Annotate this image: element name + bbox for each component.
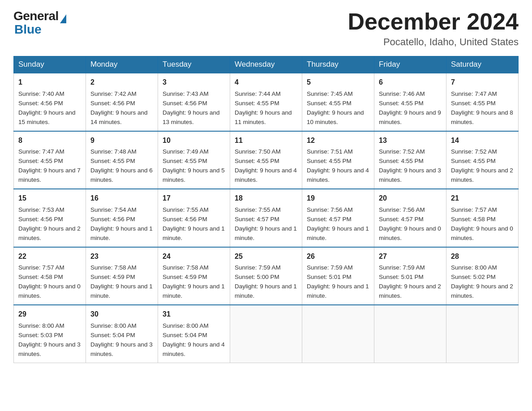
calendar-table: Sunday Monday Tuesday Wednesday Thursday… [13, 56, 519, 363]
table-row: 2 Sunrise: 7:42 AM Sunset: 4:56 PM Dayli… [86, 73, 158, 131]
table-row: 3 Sunrise: 7:43 AM Sunset: 4:56 PM Dayli… [158, 73, 230, 131]
day-number: 5 [307, 77, 369, 88]
day-sunrise: Sunrise: 7:49 AM [163, 148, 209, 155]
location-title: Pocatello, Idaho, United States [348, 36, 519, 48]
day-sunset: Sunset: 5:01 PM [307, 274, 352, 280]
day-sunrise: Sunrise: 7:54 AM [90, 206, 137, 213]
day-number: 13 [379, 135, 442, 146]
day-sunset: Sunset: 4:56 PM [163, 216, 207, 223]
day-number: 19 [307, 193, 369, 204]
day-daylight: Daylight: 9 hours and 1 minute. [163, 283, 225, 299]
table-row: 8 Sunrise: 7:47 AM Sunset: 4:55 PM Dayli… [14, 131, 86, 189]
day-sunset: Sunset: 4:56 PM [90, 216, 135, 223]
day-daylight: Daylight: 9 hours and 1 minute. [90, 283, 153, 299]
day-sunset: Sunset: 4:55 PM [307, 100, 352, 107]
day-sunrise: Sunrise: 7:56 AM [379, 206, 425, 213]
day-sunset: Sunset: 4:58 PM [451, 216, 496, 223]
day-number: 1 [18, 77, 81, 88]
day-sunrise: Sunrise: 8:00 AM [18, 322, 64, 329]
day-daylight: Daylight: 9 hours and 7 minutes. [18, 167, 81, 183]
day-sunset: Sunset: 5:04 PM [90, 332, 135, 338]
table-row: 21 Sunrise: 7:57 AM Sunset: 4:58 PM Dayl… [446, 189, 519, 247]
day-daylight: Daylight: 9 hours and 4 minutes. [235, 167, 297, 183]
day-sunrise: Sunrise: 7:47 AM [18, 148, 64, 155]
day-number: 11 [235, 135, 297, 146]
table-row: 22 Sunrise: 7:57 AM Sunset: 4:58 PM Dayl… [14, 247, 86, 305]
header-sunday: Sunday [14, 56, 86, 73]
header-saturday: Saturday [446, 56, 519, 73]
logo-blue-text: Blue [14, 22, 42, 37]
day-sunrise: Sunrise: 7:50 AM [235, 148, 281, 155]
day-sunrise: Sunrise: 7:58 AM [163, 264, 209, 271]
day-sunrise: Sunrise: 7:40 AM [18, 90, 64, 97]
day-sunrise: Sunrise: 7:57 AM [451, 206, 497, 213]
day-daylight: Daylight: 9 hours and 14 minutes. [90, 109, 148, 125]
day-daylight: Daylight: 9 hours and 2 minutes. [18, 225, 81, 241]
calendar-week-row: 29 Sunrise: 8:00 AM Sunset: 5:03 PM Dayl… [14, 305, 519, 363]
table-row: 9 Sunrise: 7:48 AM Sunset: 4:55 PM Dayli… [86, 131, 158, 189]
day-daylight: Daylight: 9 hours and 11 minutes. [235, 109, 292, 125]
day-sunrise: Sunrise: 7:51 AM [307, 148, 353, 155]
day-number: 27 [379, 251, 442, 262]
day-number: 22 [18, 251, 81, 262]
day-sunset: Sunset: 4:56 PM [18, 100, 63, 107]
header-tuesday: Tuesday [158, 56, 230, 73]
table-row: 17 Sunrise: 7:55 AM Sunset: 4:56 PM Dayl… [158, 189, 230, 247]
table-row: 25 Sunrise: 7:59 AM Sunset: 5:00 PM Dayl… [230, 247, 302, 305]
day-number: 29 [18, 309, 81, 320]
day-number: 4 [235, 77, 297, 88]
day-sunset: Sunset: 4:55 PM [18, 158, 63, 164]
day-daylight: Daylight: 9 hours and 0 minutes. [451, 225, 513, 241]
day-daylight: Daylight: 9 hours and 13 minutes. [163, 109, 220, 125]
calendar-header-row: Sunday Monday Tuesday Wednesday Thursday… [14, 56, 519, 73]
day-number: 30 [90, 309, 153, 320]
day-sunset: Sunset: 5:01 PM [379, 274, 424, 280]
table-row: 26 Sunrise: 7:59 AM Sunset: 5:01 PM Dayl… [302, 247, 374, 305]
day-daylight: Daylight: 9 hours and 1 minute. [163, 225, 225, 241]
logo-triangle-icon [60, 14, 66, 23]
day-daylight: Daylight: 9 hours and 3 minutes. [18, 341, 81, 357]
day-number: 20 [379, 193, 442, 204]
day-number: 21 [451, 193, 514, 204]
day-sunrise: Sunrise: 7:59 AM [307, 264, 353, 271]
day-daylight: Daylight: 9 hours and 1 minute. [90, 225, 153, 241]
table-row: 13 Sunrise: 7:52 AM Sunset: 4:55 PM Dayl… [374, 131, 446, 189]
day-sunrise: Sunrise: 7:52 AM [451, 148, 497, 155]
day-sunset: Sunset: 4:55 PM [379, 158, 424, 164]
table-row: 29 Sunrise: 8:00 AM Sunset: 5:03 PM Dayl… [14, 305, 86, 363]
day-sunrise: Sunrise: 7:43 AM [163, 90, 209, 97]
table-row [446, 305, 519, 363]
table-row: 7 Sunrise: 7:47 AM Sunset: 4:55 PM Dayli… [446, 73, 519, 131]
table-row: 4 Sunrise: 7:44 AM Sunset: 4:55 PM Dayli… [230, 73, 302, 131]
day-daylight: Daylight: 9 hours and 2 minutes. [379, 283, 441, 299]
title-section: December 2024 Pocatello, Idaho, United S… [348, 9, 519, 48]
header-thursday: Thursday [302, 56, 374, 73]
day-sunset: Sunset: 5:03 PM [18, 332, 63, 338]
day-sunset: Sunset: 4:55 PM [163, 158, 207, 164]
day-sunset: Sunset: 4:59 PM [90, 274, 135, 280]
day-daylight: Daylight: 9 hours and 0 minutes. [379, 225, 441, 241]
day-daylight: Daylight: 9 hours and 3 minutes. [90, 341, 153, 357]
table-row: 27 Sunrise: 7:59 AM Sunset: 5:01 PM Dayl… [374, 247, 446, 305]
table-row: 24 Sunrise: 7:58 AM Sunset: 4:59 PM Dayl… [158, 247, 230, 305]
day-number: 25 [235, 251, 297, 262]
day-sunset: Sunset: 4:57 PM [307, 216, 352, 223]
logo: General Blue [13, 9, 66, 37]
month-title: December 2024 [348, 9, 519, 34]
day-daylight: Daylight: 9 hours and 9 minutes. [379, 109, 441, 125]
day-number: 24 [163, 251, 225, 262]
day-daylight: Daylight: 9 hours and 15 minutes. [18, 109, 76, 125]
day-number: 10 [163, 135, 225, 146]
table-row: 12 Sunrise: 7:51 AM Sunset: 4:55 PM Dayl… [302, 131, 374, 189]
day-daylight: Daylight: 9 hours and 4 minutes. [163, 341, 225, 357]
day-sunset: Sunset: 5:02 PM [451, 274, 496, 280]
day-sunrise: Sunrise: 7:59 AM [235, 264, 281, 271]
calendar-week-row: 22 Sunrise: 7:57 AM Sunset: 4:58 PM Dayl… [14, 247, 519, 305]
day-sunset: Sunset: 4:56 PM [90, 100, 135, 107]
day-number: 2 [90, 77, 153, 88]
table-row: 28 Sunrise: 8:00 AM Sunset: 5:02 PM Dayl… [446, 247, 519, 305]
day-sunset: Sunset: 5:00 PM [235, 274, 279, 280]
day-sunset: Sunset: 4:56 PM [18, 216, 63, 223]
day-sunrise: Sunrise: 7:45 AM [307, 90, 353, 97]
day-sunrise: Sunrise: 7:52 AM [379, 148, 425, 155]
